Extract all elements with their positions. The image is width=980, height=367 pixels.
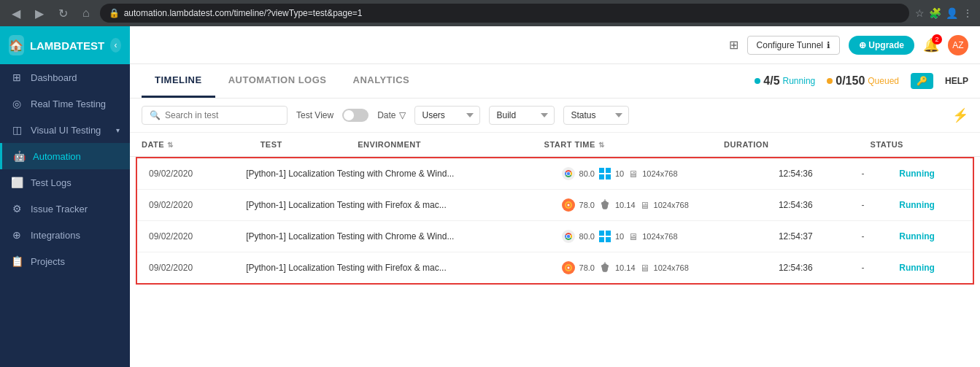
environment-column-header: ENVIRONMENT [346, 133, 532, 157]
status-badge: Running [899, 263, 935, 273]
sidebar-item-icon-visual-ui-testing: ◫ [10, 124, 23, 136]
svg-point-10 [567, 204, 569, 206]
sidebar-item-real-time-testing[interactable]: ◎ Real Time Testing [0, 90, 130, 117]
users-filter[interactable]: Users [414, 106, 480, 125]
svg-point-21 [567, 267, 569, 269]
sidebar-item-issue-tracker[interactable]: ⚙ Issue Tracker [0, 196, 130, 222]
info-icon: ℹ [827, 40, 830, 50]
build-filter[interactable]: Build [489, 106, 555, 125]
tab-automation-logs[interactable]: AUTOMATION LOGS [215, 64, 340, 98]
start-time-cell: 12:54:36 [767, 158, 849, 190]
status-filter[interactable]: Status [563, 106, 629, 125]
search-box[interactable]: 🔍 [142, 106, 288, 125]
duration-column-header: DURATION [712, 133, 858, 157]
sidebar-item-icon-automation: 🤖 [12, 150, 26, 162]
back-button[interactable]: ◀ [7, 5, 25, 22]
upgrade-button[interactable]: ⊕ Upgrade [849, 36, 914, 55]
sidebar-item-icon-issue-tracker: ⚙ [10, 203, 23, 215]
table-row[interactable]: 09/02/2020 [Python-1] Localization Testi… [136, 158, 973, 190]
sidebar: 🏠 LAMBDATEST ‹ ⊞ Dashboard ◎ Real Time T… [0, 26, 130, 367]
sidebar-item-icon-dashboard: ⊞ [10, 72, 23, 83]
browser-chrome: ◀ ▶ ↻ ⌂ 🔒 automation.lambdatest.com/time… [0, 0, 980, 26]
sidebar-item-projects[interactable]: 📋 Projects [0, 248, 130, 274]
status-badge: Running [899, 169, 935, 179]
status-cell: Running [887, 252, 973, 285]
help-button[interactable]: HELP [945, 76, 968, 86]
status-cell: Running [887, 221, 973, 252]
status-badge: Running [899, 231, 935, 242]
svg-rect-14 [599, 231, 604, 236]
sidebar-item-label-test-logs: Test Logs [31, 177, 72, 188]
date-cell: 09/02/2020 [136, 190, 234, 221]
account-icon[interactable]: 👤 [946, 7, 958, 19]
duration-cell: - [849, 252, 887, 285]
bookmark-icon[interactable]: ☆ [915, 7, 925, 19]
tab-navigation: TIMELINEAUTOMATION LOGSANALYTICS 4/5 Run… [130, 64, 980, 98]
results-table: DATE ⇅ TEST ENVIRONMENT START TI [130, 133, 980, 290]
start-time-sort-icon[interactable]: ⇅ [598, 141, 605, 149]
test-name-cell: [Python-1] Localization Testing with Fir… [234, 252, 549, 285]
sidebar-item-automation[interactable]: 🤖 Automation [0, 143, 130, 169]
main-content: ⊞ Configure Tunnel ℹ ⊕ Upgrade 🔔 2 AZ TI… [130, 26, 980, 367]
sidebar-item-test-logs[interactable]: ⬜ Test Logs [0, 169, 130, 196]
table-row[interactable]: 09/02/2020 [Python-1] Localization Testi… [136, 221, 973, 252]
monitor-icon: 🖥 [628, 169, 638, 179]
environment-cell: 80.0 10 🖥 1024x768 [550, 221, 767, 252]
table-row[interactable]: 09/02/2020 [Python-1] Localization Testi… [136, 190, 973, 221]
sidebar-nav: ⊞ Dashboard ◎ Real Time Testing ◫ Visual… [0, 64, 130, 274]
firefox-browser-icon [562, 198, 575, 212]
tab-analytics[interactable]: ANALYTICS [340, 64, 423, 98]
filter-button[interactable]: ⚡ [952, 107, 968, 123]
home-button[interactable]: ⌂ [78, 5, 94, 21]
sidebar-item-dashboard[interactable]: ⊞ Dashboard [0, 64, 130, 90]
search-icon: 🔍 [150, 110, 161, 120]
url-text: automation.lambdatest.com/timeline/?view… [124, 8, 363, 18]
svg-rect-3 [599, 168, 604, 173]
windows-os-icon [599, 231, 611, 242]
sidebar-item-icon-test-logs: ⬜ [10, 177, 23, 188]
table-row[interactable]: 09/02/2020 [Python-1] Localization Testi… [136, 252, 973, 285]
date-sort-icon[interactable]: ⇅ [167, 141, 174, 149]
sidebar-item-label-issue-tracker: Issue Tracker [31, 204, 88, 215]
notification-button[interactable]: 🔔 2 [923, 37, 939, 53]
forward-button[interactable]: ▶ [31, 5, 48, 22]
menu-icon[interactable]: ⋮ [962, 7, 973, 19]
sidebar-item-visual-ui-testing[interactable]: ◫ Visual UI Testing ▾ [0, 117, 130, 143]
logo-text: LAMBDATEST [30, 39, 104, 52]
duration-cell: - [849, 190, 887, 221]
sidebar-item-integrations[interactable]: ⊕ Integrations [0, 222, 130, 248]
date-filter-icon: ▽ [399, 110, 406, 120]
date-filter[interactable]: Date ▽ [377, 110, 405, 120]
test-column-header: TEST [249, 133, 347, 157]
grid-icon[interactable]: ⊞ [729, 38, 738, 52]
queued-status: 0/150 Queued [827, 74, 899, 88]
logo-icon: 🏠 [9, 35, 24, 55]
key-icon[interactable]: 🔑 [911, 73, 933, 89]
date-filter-label: Date [377, 110, 396, 120]
refresh-button[interactable]: ↻ [54, 5, 72, 22]
tab-stats: 4/5 Running 0/150 Queued 🔑 HELP [755, 73, 968, 89]
environment-cell: 78.0 10.14 🖥 1024x768 [550, 252, 767, 285]
avatar-initials: AZ [952, 40, 963, 50]
configure-tunnel-button[interactable]: Configure Tunnel ℹ [747, 36, 840, 55]
lock-icon: 🔒 [109, 8, 120, 18]
address-bar[interactable]: 🔒 automation.lambdatest.com/timeline/?vi… [100, 4, 909, 23]
search-input[interactable] [165, 110, 279, 120]
tab-timeline[interactable]: TIMELINE [142, 64, 215, 98]
sidebar-item-label-integrations: Integrations [31, 230, 80, 241]
svg-rect-15 [606, 231, 611, 236]
date-cell: 09/02/2020 [136, 158, 234, 190]
start-time-cell: 12:54:37 [767, 221, 849, 252]
sidebar-item-icon-projects: 📋 [10, 255, 23, 267]
configure-tunnel-label: Configure Tunnel [757, 40, 823, 50]
sidebar-toggle-button[interactable]: ‹ [110, 38, 121, 53]
extensions-icon[interactable]: 🧩 [929, 7, 941, 19]
table-header: DATE ⇅ TEST ENVIRONMENT START TI [130, 133, 980, 157]
sidebar-item-label-automation: Automation [33, 151, 81, 162]
avatar[interactable]: AZ [948, 35, 968, 55]
test-view-toggle[interactable] [342, 109, 369, 122]
date-cell: 09/02/2020 [136, 252, 234, 285]
svg-point-2 [566, 172, 569, 175]
table-body: 09/02/2020 [Python-1] Localization Testi… [130, 157, 980, 291]
monitor-icon: 🖥 [640, 200, 649, 211]
